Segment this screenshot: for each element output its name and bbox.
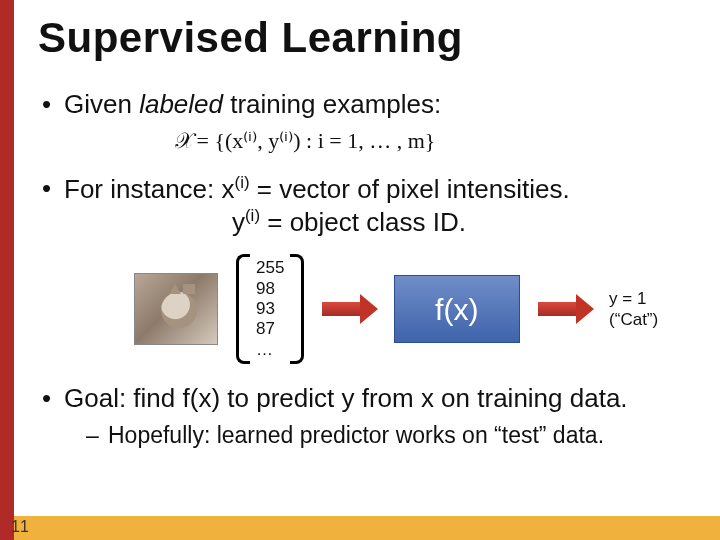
arrow-right-icon — [322, 297, 375, 321]
bracket-left-icon — [236, 254, 250, 364]
sub-bullet-hopefully: Hopefully: learned predictor works on “t… — [64, 421, 696, 450]
pipeline-diagram: 255 98 93 87 … f(x) y = 1 (“Cat”) — [134, 254, 696, 364]
pixel-vector: 255 98 93 87 … — [236, 254, 304, 364]
text: Given — [64, 89, 139, 119]
vector-entry: 93 — [256, 299, 284, 319]
slide: Supervised Learning Given labeled traini… — [0, 0, 720, 540]
text: training examples: — [223, 89, 441, 119]
superscript: (i) — [245, 206, 260, 225]
fx-label: f(x) — [435, 291, 478, 329]
slide-content: Given labeled training examples: 𝒳 = {(x… — [14, 62, 720, 450]
text: Goal: find f(x) to predict y from x on t… — [64, 383, 628, 413]
text: y — [232, 207, 245, 237]
bullet-goal: Goal: find f(x) to predict y from x on t… — [42, 382, 696, 449]
y-definition: y(i) = object class ID. — [64, 205, 696, 238]
bracket-right-icon — [290, 254, 304, 364]
bullet-labeled-examples: Given labeled training examples: 𝒳 = {(x… — [42, 88, 696, 154]
vector-entry: 255 — [256, 258, 284, 278]
output-label: y = 1 (“Cat”) — [609, 288, 696, 331]
text: = vector of pixel intensities. — [250, 174, 570, 204]
text-italic: labeled — [139, 89, 223, 119]
vector-entry: … — [256, 340, 284, 360]
superscript: (i) — [235, 173, 250, 192]
arrow-right-icon — [538, 297, 591, 321]
training-set-equation: 𝒳 = {(x⁽ⁱ⁾, y⁽ⁱ⁾) : i = 1, … , m} — [64, 127, 696, 155]
bullet-list: Given labeled training examples: 𝒳 = {(x… — [42, 88, 696, 450]
vector-entry: 87 — [256, 319, 284, 339]
text: For instance: x — [64, 174, 235, 204]
footer-accent-bar — [14, 516, 720, 540]
text: = object class ID. — [260, 207, 466, 237]
sub-bullet-list: Hopefully: learned predictor works on “t… — [64, 421, 696, 450]
page-number: 11 — [0, 518, 40, 536]
bullet-for-instance: For instance: x(i) = vector of pixel int… — [42, 172, 696, 364]
function-box: f(x) — [394, 275, 520, 343]
slide-title: Supervised Learning — [14, 0, 720, 62]
vector-entry: 98 — [256, 279, 284, 299]
cat-image — [134, 273, 218, 345]
vector-values: 255 98 93 87 … — [250, 254, 290, 364]
